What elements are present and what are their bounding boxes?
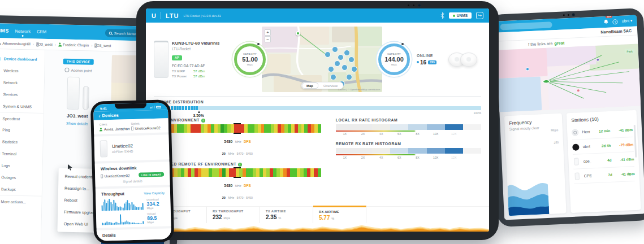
nav-title[interactable]: Devices [102,113,119,119]
client-name[interactable]: Ames, Jonathan [104,127,130,131]
tab-network[interactable]: Network [15,28,31,34]
remote-rf-environment: COMBINED REMOTE RF ENVIRONMENTi 5480 MHz… [154,162,321,202]
view-capacity-link[interactable]: View Capacity [144,191,165,195]
cpe-map-marker[interactable] [338,54,344,60]
online-dot [417,61,419,63]
rf-bandwidth-unit: MHz [228,196,234,199]
sidebar-item-system-unms[interactable]: ⊙System & UNMS [0,100,44,113]
links-map[interactable]: Park [496,43,641,112]
stat-tab-tx-airtime[interactable]: TX AIRTIME2.35 % [260,207,313,223]
ap-badge: AP [172,55,182,60]
stat-tab-rx-airtime[interactable]: RX AIRTIME5.77 % [313,206,366,223]
breadcrumb-item-jo3-west[interactable]: JO3_west [94,43,111,48]
cpe-map-marker[interactable] [330,74,336,80]
sidebar-item-services[interactable]: ⚙Services [0,88,44,101]
radio-icon [131,127,133,130]
stations-card: Stations (10) Henryltondo12 min-41 dBmub… [567,110,641,213]
notifications-button[interactable]: 90+ [603,17,609,27]
bar [129,222,130,224]
sidebar-item-backups[interactable]: ↻Backups [0,183,42,196]
bar [115,221,116,224]
map-zoom-in-button[interactable]: + [265,29,271,36]
sidebar-item-more-actions[interactable]: ⋯More actions... [0,195,42,208]
cpe-map-marker[interactable] [351,66,357,72]
bell-icon [604,19,609,25]
sidebar-item-terminal[interactable]: ⌨Terminal [0,147,43,160]
sidebar-item-label: Backups [1,187,16,191]
station-name: cpe_QiuXun [584,159,591,163]
show-details-link[interactable]: Show details [66,121,88,126]
histogram-ticks: 1X2X4X6X8X10X12X [336,132,481,136]
search-pill[interactable] [500,21,552,30]
user-menu[interactable]: ubnt ▾ [622,19,633,24]
device-name: Unetice02 [112,143,133,149]
info-icon[interactable]: i [238,163,242,167]
bluetooth-icon[interactable] [440,12,444,19]
airtime-max: 100% [473,111,481,115]
histogram-segment [463,148,481,154]
cpe-map-marker[interactable] [344,50,350,56]
bar [105,223,106,225]
sidebar-item-wireless[interactable]: ≋Wireless [0,64,45,77]
sidebar-item-device-dashboard[interactable]: ▦Device dashboard [0,53,45,66]
bar [126,221,127,225]
cards-row: Frequency Signal mostly clear Mbps 250 S… [499,106,644,220]
dashboard-icon: ▦ [0,56,1,61]
help-icon[interactable]: ? [613,19,618,24]
uplink-name[interactable]: UneticeRoute02 [135,126,160,130]
sidebar-item-network[interactable]: ⊞Network [0,76,44,89]
signal-details-link[interactable]: Signal details [101,179,164,184]
breadcrumb-item-frederic-chopin[interactable]: Frederic Chopin [58,42,89,47]
cpe-map-marker[interactable] [332,46,338,53]
bar [102,223,103,225]
ubiquiti-logo: U [152,12,156,19]
back-chevron-icon[interactable]: ‹ [98,113,100,119]
sidebar-item-label: Ping [2,128,10,132]
histogram-tick: 1X [336,132,354,136]
map-tab-button[interactable]: Map [301,82,318,89]
network-icon: ⊞ [0,80,1,85]
rate-color-scale [336,130,481,132]
map-zoom-out-button[interactable]: − [265,36,271,42]
cpe-map-marker[interactable] [346,74,352,80]
sidebar-item-speedtest[interactable]: ◷Speedtest [0,112,44,125]
breadcrumb-separator: › [91,43,92,47]
sidebar-item-outages[interactable]: ⚠Outages [0,171,42,184]
link-quality-badge: LINK IS GREAT [139,172,164,177]
coverage-map[interactable]: + − Map Overview Leaflet | © OpenStreetM… [262,27,382,92]
cpe-map-marker[interactable] [342,64,348,71]
station-avatar [572,129,579,136]
logout-icon[interactable]: ↪ [476,12,483,19]
stations-title: Stations (10) [571,115,632,123]
online-summary: ONLINE 16 CPE [413,54,445,66]
sidebar-item-statistics[interactable]: ▟Statistics [0,136,43,149]
stat-tab-rx-throughput[interactable]: RX THROUGHPUT232 kbps [207,207,260,223]
tab-crm[interactable]: CRM [37,29,46,34]
scrollbar[interactable] [634,125,637,158]
map-zoom-controls: + − [265,29,271,42]
status-highlight: great [554,40,564,46]
sidebar-item-logs[interactable]: ≣Logs [0,159,42,172]
marketing-composite: U UNMS Network CRM HQ›AthanensburgHill›J… [0,0,644,244]
breadcrumb-item-athanensburghill[interactable]: AthanensburgHill [0,41,31,46]
station-uptime: 4d [594,158,611,163]
rf-range: 5470 - 5490 [237,152,253,155]
cpe-map-marker[interactable] [325,51,331,58]
gauge-value: 144.00 [384,56,404,63]
airtime-title: AIRTIME DISTRIBUTION [154,100,481,104]
info-icon[interactable]: i [201,119,205,123]
ap-map-marker[interactable] [296,31,300,36]
cpe-map-marker[interactable] [328,66,334,72]
stations-list: Henryltondo12 min-41 dBmubnt2d 4h-79 dBm… [572,123,635,184]
device-icon [94,43,97,47]
camera-array [408,4,421,7]
station-row-cpe-pelikan66[interactable]: CPE_pelikan667d-41 dBm [573,167,635,184]
unms-button[interactable]: UNMS [449,12,472,19]
device-card[interactable]: Unetice02 AirFiber 5XHD [94,134,169,161]
breadcrumb-separator: › [33,42,34,46]
status-icons [150,106,161,108]
breadcrumb-item-jo3-west[interactable]: JO3_west [36,42,53,47]
downlink-peer[interactable]: UneticeKonte02 [105,173,130,178]
histogram-segment [408,148,426,154]
sidebar-item-ping[interactable]: ≈Ping [0,124,43,137]
